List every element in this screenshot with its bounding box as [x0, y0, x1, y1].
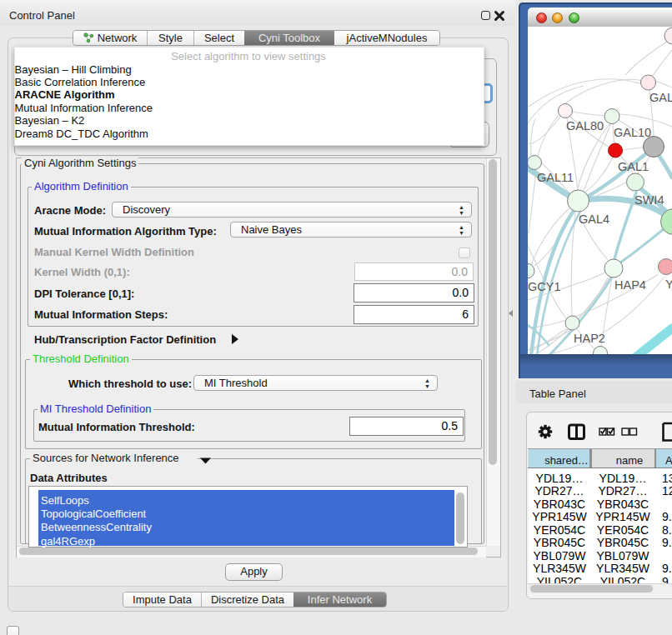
svg-text:GAL11: GAL11	[537, 171, 574, 184]
svg-text:GCY1: GCY1	[528, 280, 561, 293]
svg-text:Y: Y	[665, 278, 672, 291]
svg-text:HAP2: HAP2	[574, 332, 605, 345]
svg-text:GAL10: GAL10	[614, 126, 651, 139]
svg-text:GAL7: GAL7	[649, 91, 672, 104]
svg-text:GAL80: GAL80	[566, 119, 604, 132]
svg-text:GAL4: GAL4	[579, 212, 609, 226]
svg-text:GAL1: GAL1	[618, 160, 649, 173]
svg-text:SWI4: SWI4	[634, 193, 664, 207]
svg-text:HAP4: HAP4	[614, 278, 646, 292]
